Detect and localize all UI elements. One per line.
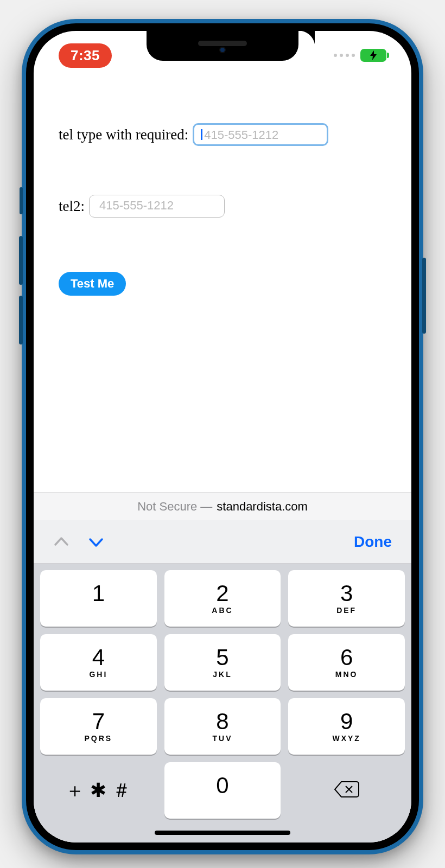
security-status: Not Secure — [137, 500, 212, 514]
phone-frame: 7:35 tel type with required: [22, 19, 423, 854]
key-9[interactable]: 9 WXYZ [288, 698, 405, 755]
power-button[interactable] [422, 258, 426, 334]
key-0[interactable]: 0 [164, 762, 281, 819]
home-indicator[interactable] [155, 831, 290, 835]
key-1[interactable]: 1 [40, 570, 157, 627]
prev-field-button [53, 534, 69, 550]
tel2-label: tel2: [59, 198, 85, 215]
cellular-dots-icon [334, 54, 355, 57]
next-field-button[interactable] [88, 534, 104, 550]
tel2-input[interactable]: 415-555-1212 [89, 195, 225, 218]
key-5[interactable]: 5 JKL [164, 634, 281, 691]
volume-up-button[interactable] [19, 236, 23, 285]
volume-down-button[interactable] [19, 296, 23, 344]
key-7[interactable]: 7 PQRS [40, 698, 157, 755]
test-me-button[interactable]: Test Me [59, 272, 126, 296]
url-domain: standardista.com [217, 500, 308, 514]
key-backspace[interactable] [288, 762, 405, 819]
web-content: tel type with required: 415-555-1212 tel… [34, 80, 411, 296]
mute-switch[interactable] [20, 187, 23, 214]
tel2-placeholder: 415-555-1212 [99, 199, 174, 212]
key-symbols[interactable]: ＋ ✱ ＃ [40, 762, 157, 819]
notch [147, 31, 298, 61]
key-4[interactable]: 4 GHI [40, 634, 157, 691]
backspace-icon [334, 780, 360, 801]
battery-charging-icon [360, 49, 386, 62]
keyboard-accessory-bar: Done [34, 520, 411, 564]
key-2[interactable]: 2 ABC [164, 570, 281, 627]
tel1-label: tel type with required: [59, 126, 188, 143]
keyboard-done-button[interactable]: Done [354, 533, 392, 551]
numeric-keypad: 1 2 ABC 3 DEF 4 GHI 5 JKL [34, 564, 411, 843]
tel1-placeholder: 415-555-1212 [204, 128, 278, 142]
address-bar[interactable]: Not Secure — standardista.com [34, 492, 411, 520]
recording-time-pill[interactable]: 7:35 [59, 43, 112, 68]
key-3[interactable]: 3 DEF [288, 570, 405, 627]
key-6[interactable]: 6 MNO [288, 634, 405, 691]
tel1-input[interactable]: 415-555-1212 [193, 123, 328, 146]
key-8[interactable]: 8 TUV [164, 698, 281, 755]
